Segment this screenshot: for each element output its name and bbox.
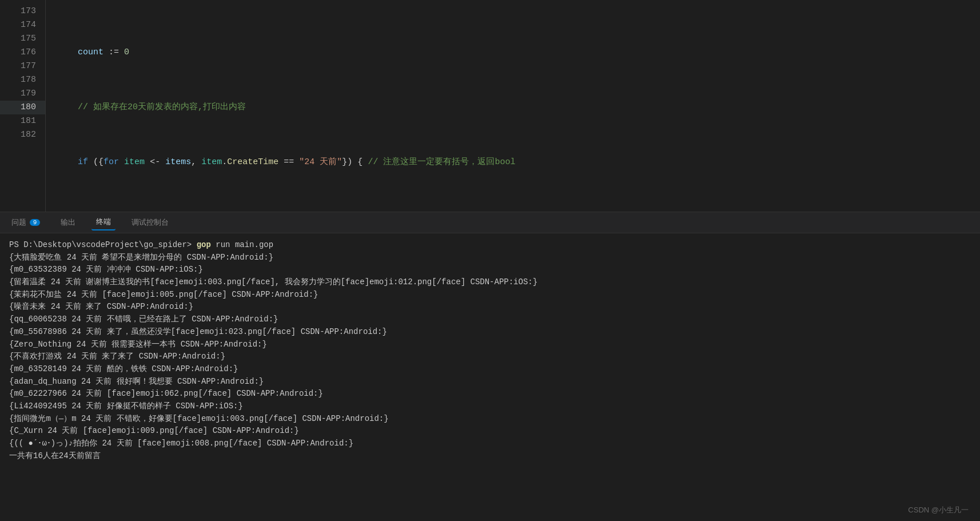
tab-problems-badge: 9 [30, 219, 40, 226]
tab-debug-console[interactable]: 调试控制台 [127, 215, 173, 230]
terminal-output-13: {Li424092495 24 天前 好像挺不错的样子 CSDN-APP:iOS… [9, 400, 971, 413]
tab-problems[interactable]: 问题 9 [7, 215, 45, 230]
terminal-output-16: {(( ●´･ω･)っ)♪拍拍你 24 天前 [face]emoji:008.p… [9, 438, 971, 450]
code-line-174: // 如果存在20天前发表的内容,打印出内容 [57, 101, 980, 114]
terminal-output-1: {大猫脸爱吃鱼 24 天前 希望不是来增加分母的 CSDN-APP:Androi… [9, 252, 971, 264]
terminal-output-3: {留着温柔 24 天前 谢谢博主送我的书[face]emoji:003.png[… [9, 276, 971, 289]
code-line-176: for item <- items, item.CreateTime == "2… [57, 210, 980, 212]
terminal-output-summary: 一共有16人在24天前留言 [9, 450, 971, 463]
terminal-output-15: {C_Xurn 24 天前 [face]emoji:009.png[/face]… [9, 425, 971, 438]
tab-terminal-label: 终端 [96, 217, 111, 227]
terminal-output-2: {m0_63532389 24 天前 冲冲冲 CSDN-APP:iOS:} [9, 264, 971, 276]
terminal-prompt-line: PS D:\Desktop\vscodeProject\go_spider> g… [9, 239, 971, 252]
panel-tab-bar: 问题 9 输出 终端 调试控制台 [0, 212, 980, 233]
terminal-output-5: {噪音未来 24 天前 来了 CSDN-APP:Android:} [9, 301, 971, 313]
terminal-panel[interactable]: PS D:\Desktop\vscodeProject\go_spider> g… [0, 233, 980, 468]
code-editor: 173 174 175 176 177 178 179 180 181 182 … [0, 0, 980, 212]
terminal-prompt-text: PS D:\Desktop\vscodeProject\go_spider> [9, 240, 197, 249]
watermark: CSDN @小生凡一 [908, 505, 969, 515]
code-line-173: count := 0 [57, 46, 980, 59]
terminal-output-7: {m0_55678986 24 天前 来了，虽然还没学[face]emoji:0… [9, 326, 971, 339]
terminal-output-14: {指间微光m（—）m 24 天前 不错欧，好像要[face]emoji:003.… [9, 413, 971, 425]
tab-output[interactable]: 输出 [56, 215, 80, 230]
code-lines: count := 0 // 如果存在20天前发表的内容,打印出内容 if ({f… [46, 0, 980, 212]
terminal-output-4: {茉莉花不加盐 24 天前 [face]emoji:005.png[/face]… [9, 289, 971, 301]
tab-terminal[interactable]: 终端 [91, 214, 115, 230]
tab-problems-label: 问题 [11, 217, 26, 228]
terminal-output-6: {qq_60065238 24 天前 不错哦，已经在路上了 CSDN-APP:A… [9, 313, 971, 326]
terminal-output-10: {m0_63528149 24 天前 酷的，铁铁 CSDN-APP:Androi… [9, 363, 971, 376]
terminal-output-9: {不喜欢打游戏 24 天前 来了来了 CSDN-APP:Android:} [9, 351, 971, 363]
terminal-cmd-gop: gop [197, 240, 211, 249]
terminal-output-11: {adan_dq_huang 24 天前 很好啊！我想要 CSDN-APP:An… [9, 376, 971, 388]
code-line-175: if ({for item <- items, item.CreateTime … [57, 156, 980, 169]
line-numbers: 173 174 175 176 177 178 179 180 181 182 [0, 0, 46, 212]
tab-output-label: 输出 [61, 217, 75, 228]
terminal-output-12: {m0_62227966 24 天前 [face]emoji:062.png[/… [9, 388, 971, 400]
terminal-cmd-rest: run main.gop [211, 240, 273, 249]
tab-debug-console-label: 调试控制台 [132, 217, 169, 228]
terminal-output-8: {Zero_Nothing 24 天前 很需要这样一本书 CSDN-APP:An… [9, 339, 971, 351]
